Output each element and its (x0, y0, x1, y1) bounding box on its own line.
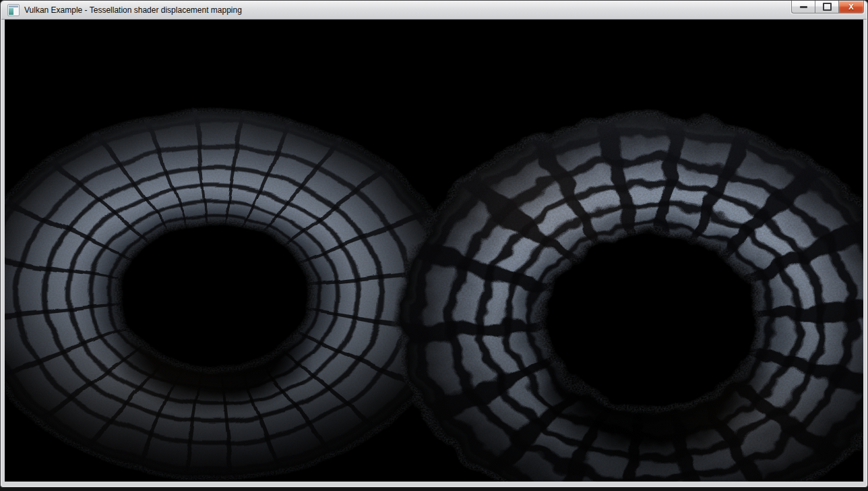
window-controls: X (791, 1, 864, 13)
minimize-icon (800, 6, 807, 8)
minimize-button[interactable] (791, 1, 815, 13)
application-window-icon[interactable] (7, 4, 20, 16)
window-title: Vulkan Example - Tessellation shader dis… (24, 5, 242, 15)
app-window: Vulkan Example - Tessellation shader dis… (0, 0, 868, 488)
close-button[interactable]: X (838, 1, 864, 13)
maximize-button[interactable] (815, 1, 839, 13)
close-icon: X (848, 3, 853, 11)
torus-displaced-wrap (5, 20, 863, 482)
maximize-icon (823, 3, 832, 11)
vulkan-render-viewport[interactable] (5, 20, 863, 482)
torus-displaced (388, 84, 863, 482)
title-bar[interactable]: Vulkan Example - Tessellation shader dis… (1, 1, 867, 20)
